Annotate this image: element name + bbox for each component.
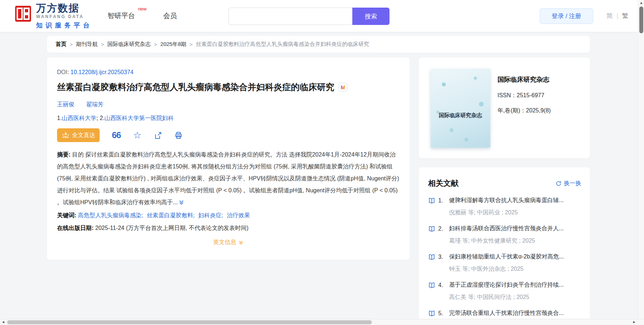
cite-icon[interactable]: 66 [112,132,121,139]
pubdate-label: 在线出版日期: [57,225,93,231]
share-icon[interactable] [154,131,162,140]
keyword-separator: ; [142,212,143,218]
keyword-link[interactable]: 治疗效果 [227,212,250,218]
nav-zhiyan-platform[interactable]: 智研平台 new [108,11,135,21]
keywords-label: 关键词: [57,212,76,218]
issn-value: 2515-6977 [517,92,544,98]
breadcrumb-separator: > [101,41,104,47]
refresh-related-button[interactable]: 换一换 [556,180,581,187]
keyword-link[interactable]: 妇科炎症 [199,212,222,218]
keywords-row: 关键词: 高危型人乳头瘤病毒感染; 丝素蛋白凝胶敷料; 妇科炎症; 治疗效果 [57,212,400,219]
breadcrumb-journal[interactable]: 国际临床研究杂志 [108,41,151,48]
logo-texts: 万方数据 WANFANG DATA 知识服务平台 [36,3,92,30]
fulltext-button[interactable]: free 全文直达 [57,128,100,142]
vertical-scrollbar[interactable]: ▲ [638,0,644,319]
article-card: DOI: 10.12208/j.ijcr.20250374 丝素蛋白凝胶敷料治疗… [47,57,410,260]
wanfang-logo-icon [14,5,32,22]
volume-label: 年,卷(期)： [497,107,526,114]
print-icon[interactable] [174,131,183,140]
article-actions: free 全文直达 66 ☆ [57,128,400,142]
english-info-toggle[interactable]: 英文信息 [213,239,244,246]
keyword-link[interactable]: 高危型人乳头瘤病毒感染 [78,212,142,218]
pubdate-value: 2025-11-24 [95,225,125,231]
brand-subtitle: 知识服务平台 [36,21,92,30]
affiliation-num: 1. [57,115,62,121]
lang-simplified[interactable]: 简 [606,12,613,20]
keyword-separator: ; [193,212,195,218]
med-badge-icon[interactable]: M [339,83,347,91]
related-list: 1. 健脾利湿解毒方联合抗人乳头瘤病毒蛋白辅... 倪雅丽 等; 中国药业 ; … [428,197,581,319]
breadcrumb-separator: > [190,41,193,47]
journal-cover[interactable]: 国际临床研究杂志 [431,69,490,147]
doi-row: DOI: 10.12208/j.ijcr.20250374 [57,69,400,76]
login-register-button[interactable]: 登录 / 注册 [540,8,593,24]
search-button[interactable]: 搜索 [352,8,390,25]
abstract-expand-icon[interactable] [178,198,184,210]
wanfang-logo[interactable]: 万方数据 WANFANG DATA 知识服务平台 [14,3,92,30]
related-item: 1. 健脾利湿解毒方联合抗人乳头瘤病毒蛋白辅... 倪雅丽 等; 中国药业 ; … [428,197,581,217]
top-nav: 智研平台 new 会员 [108,0,177,32]
journal-info: 国际临床研究杂志 ISSN：2515-6977 年,卷(期)：2025,9(8) [497,69,551,158]
author-link[interactable]: 王丽俊 [57,101,74,107]
search-bar: 搜索 [229,8,390,25]
scroll-up-arrow-icon[interactable]: ▲ [638,1,644,5]
related-item-title[interactable]: 保妇康栓辅助重组人干扰素α-2b凝胶对高危... [449,253,581,261]
breadcrumb-separator: > [70,41,73,47]
related-item-meta: 倪雅丽 等; 中国药业 ; 2025 [449,209,581,217]
scroll-right-arrow-icon[interactable]: ► [632,320,636,324]
nav-member[interactable]: 会员 [163,11,177,21]
related-item: 2. 妇科排毒汤联合西医治疗慢性宫颈炎合并人... 葛瑾 等; 中外女性健康研究… [428,225,581,245]
abstract-label: 摘要: [57,151,70,158]
nav-zhiyan-label: 智研平台 [108,12,135,20]
favorite-star-icon[interactable]: ☆ [133,131,142,139]
brand-name-cn: 万方数据 [36,3,79,14]
horizontal-scroll-thumb[interactable] [7,320,372,324]
svg-text:free: free [64,135,68,138]
new-badge: new [138,6,147,12]
book-icon [428,253,435,261]
abstract-block: 摘要: 目的 探讨丝素蛋白凝胶敷料治疗高危型人乳头瘤病毒感染合并妇科炎症的研究。… [57,149,400,210]
affiliations-row: 1.山西医科大学; 2.山西医科大学第一医院妇科 [57,115,400,122]
related-literature-card: 相关文献 换一换 1. 健脾利湿解毒方联合抗人乳头瘤病毒蛋白辅... 倪雅丽 等… [419,167,590,319]
author-link[interactable]: 翟瑞芳 [86,101,103,107]
breadcrumb-separator: > [154,41,157,47]
breadcrumb-issue[interactable]: 2025年8期 [160,41,186,48]
related-item-num: 2. [438,226,449,232]
related-item-num: 5. [438,310,449,317]
horizontal-scrollbar[interactable]: ◄ ► [0,319,644,325]
volume-value: 2025,9(8) [526,107,551,114]
site-header: 万方数据 WANFANG DATA 知识服务平台 智研平台 new 会员 搜索 … [0,0,644,32]
related-item-meta: 葛瑾 等; 中外女性健康研究 ; 2025 [449,237,581,245]
doi-link[interactable]: 10.12208/j.ijcr.20250374 [70,69,133,75]
search-input[interactable] [229,8,352,25]
lang-traditional[interactable]: 繁 [622,12,628,20]
affiliation-separator: ; [96,115,98,121]
keyword-separator: ; [222,212,223,218]
breadcrumb-journal-nav[interactable]: 期刊导航 [76,41,98,48]
journal-cover-title: 国际临床研究杂志 [439,112,482,119]
related-item-title[interactable]: 基于正虚湿瘀理论探讨妇炎平合剂治疗持续... [449,281,581,289]
breadcrumb-current: 丝素蛋白凝胶敷料治疗高危型人乳头瘤病毒感染合并妇科炎症的临床研究 [196,41,369,48]
issn-label: ISSN： [497,92,517,98]
doi-label: DOI: [57,69,69,75]
related-title: 相关文献 [428,178,458,188]
affiliation-num: 2. [100,115,104,121]
book-icon [428,310,435,317]
scroll-left-arrow-icon[interactable]: ◄ [1,320,5,324]
med-badge-label: M [341,84,345,90]
journal-card: 国际临床研究杂志 国际临床研究杂志 ISSN：2515-6977 年,卷(期)：… [419,57,590,158]
article-title: 丝素蛋白凝胶敷料治疗高危型人乳头瘤病毒感染合并妇科炎症的临床研究 [57,81,334,93]
abstract-text: 目的 探讨丝素蛋白凝胶敷料治疗高危型人乳头瘤病毒感染合并妇科炎症的研究。方法 选… [57,151,399,205]
breadcrumb: 首页 > 期刊导航 > 国际临床研究杂志 > 2025年8期 > 丝素蛋白凝胶敷… [47,36,590,53]
journal-name[interactable]: 国际临床研究杂志 [497,75,551,84]
keyword-link[interactable]: 丝素蛋白凝胶敷料 [147,212,193,218]
vertical-scroll-thumb[interactable] [639,7,643,33]
breadcrumb-home[interactable]: 首页 [56,41,66,48]
fulltext-label: 全文直达 [72,132,95,139]
related-item-title[interactable]: 妇科排毒汤联合西医治疗慢性宫颈炎合并人... [449,225,581,232]
affiliation-link[interactable]: 山西医科大学第一医院妇科 [105,115,174,121]
related-item-title[interactable]: 健脾利湿解毒方联合抗人乳头瘤病毒蛋白辅... [449,197,581,204]
affiliation-link[interactable]: 山西医科大学 [62,115,96,121]
page-body: 首页 > 期刊导航 > 国际临床研究杂志 > 2025年8期 > 丝素蛋白凝胶敷… [0,32,638,319]
related-item-title[interactable]: 完带汤联合重组人干扰素治疗慢性宫颈炎合... [449,309,581,317]
